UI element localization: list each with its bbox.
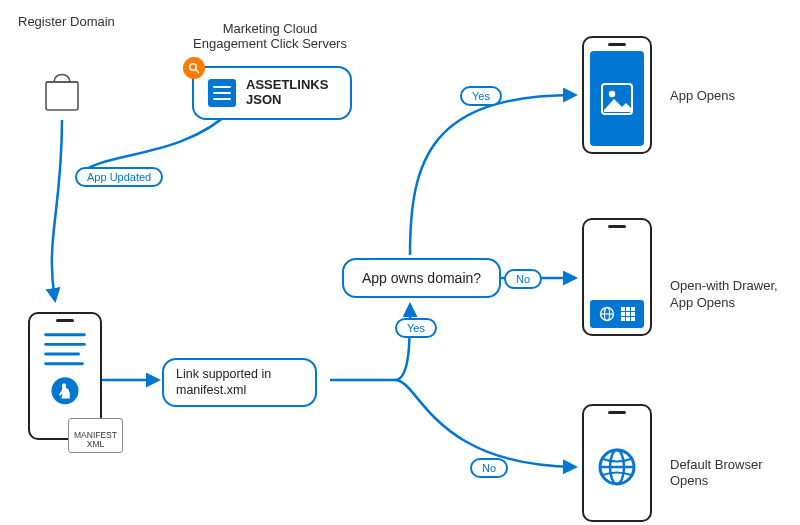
header-click-servers: Marketing Cloud Engagement Click Servers <box>170 6 370 51</box>
edge-yes-2: Yes <box>460 86 502 106</box>
decision-label: App owns domain? <box>362 270 481 286</box>
edge-yes-1: Yes <box>395 318 437 338</box>
assetlinks-search-badge-icon <box>183 57 205 79</box>
edge-no-2-label: No <box>482 462 496 474</box>
phone-drawer <box>582 218 652 336</box>
globe-icon <box>599 306 615 322</box>
outcome-app-opens-label: App Opens <box>670 88 735 103</box>
manifest-file-label: MANIFEST XML <box>74 430 117 449</box>
svg-rect-16 <box>626 307 630 311</box>
svg-rect-0 <box>46 82 78 110</box>
svg-rect-21 <box>621 317 625 321</box>
outcome-browser-label: Default Browser Opens <box>670 457 762 488</box>
outcome-drawer: Open-with Drawer, App Opens <box>670 262 778 311</box>
edge-app-updated-label: App Updated <box>87 171 151 183</box>
assetlinks-label: ASSETLINKS JSON <box>246 78 328 108</box>
server-icon <box>208 79 236 107</box>
outcome-app-opens: App Opens <box>670 88 735 104</box>
svg-rect-22 <box>626 317 630 321</box>
svg-rect-15 <box>621 307 625 311</box>
assetlinks-card: ASSETLINKS JSON <box>192 66 352 120</box>
manifest-file-badge: MANIFEST XML <box>68 418 123 453</box>
globe-large-icon <box>596 446 638 488</box>
edge-no-1: No <box>504 269 542 289</box>
svg-rect-19 <box>626 312 630 316</box>
edge-no-1-label: No <box>516 273 530 285</box>
svg-rect-23 <box>631 317 635 321</box>
header-register-domain: Register Domain <box>18 14 138 29</box>
shopping-bag-icon <box>42 70 82 118</box>
phone-app-opens <box>582 36 652 154</box>
edge-yes-2-label: Yes <box>472 90 490 102</box>
manifest-card: Link supported in manifest.xml <box>162 358 317 407</box>
apps-grid-icon <box>620 306 636 322</box>
decision-owns-domain: App owns domain? <box>342 258 501 298</box>
manifest-card-label: Link supported in manifest.xml <box>176 366 271 399</box>
phone-browser <box>582 404 652 522</box>
edge-app-updated: App Updated <box>75 167 163 187</box>
svg-point-11 <box>609 90 615 96</box>
device-screen-icon <box>36 327 94 424</box>
picture-icon <box>600 82 634 116</box>
svg-line-3 <box>196 70 199 73</box>
edge-no-2: No <box>470 458 508 478</box>
outcome-drawer-label: Open-with Drawer, App Opens <box>670 278 778 309</box>
svg-rect-20 <box>631 312 635 316</box>
svg-rect-18 <box>621 312 625 316</box>
svg-rect-17 <box>631 307 635 311</box>
register-domain-label: Register Domain <box>18 14 115 29</box>
edge-yes-1-label: Yes <box>407 322 425 334</box>
click-servers-label: Marketing Cloud Engagement Click Servers <box>193 21 347 51</box>
outcome-browser: Default Browser Opens <box>670 457 800 490</box>
